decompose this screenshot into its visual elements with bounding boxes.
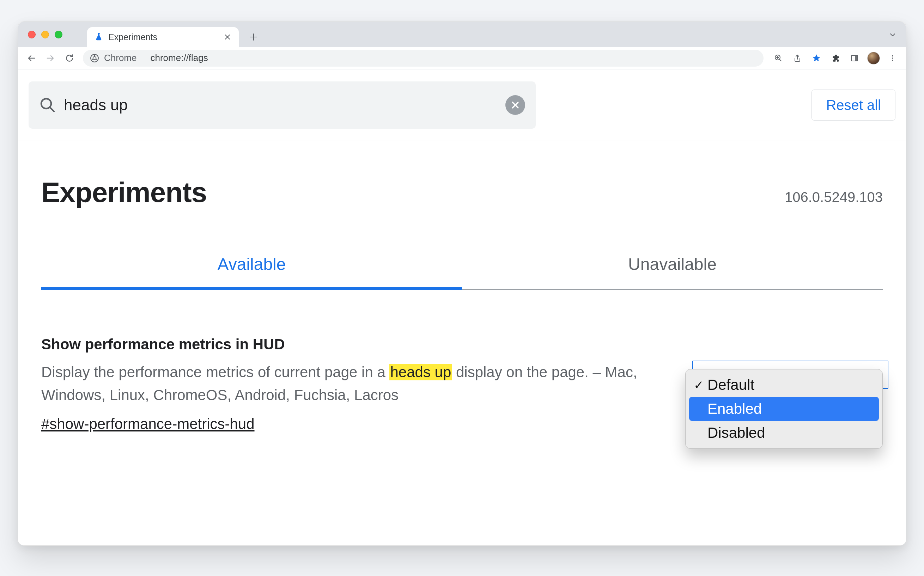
search-icon bbox=[39, 97, 56, 114]
clear-search-button[interactable] bbox=[505, 95, 525, 115]
window-controls bbox=[28, 31, 62, 38]
svg-point-2 bbox=[93, 56, 96, 59]
nav-back-button[interactable] bbox=[23, 50, 40, 67]
svg-point-6 bbox=[892, 55, 893, 56]
option-label: Disabled bbox=[708, 424, 765, 442]
tab-available[interactable]: Available bbox=[41, 254, 462, 290]
profile-avatar[interactable] bbox=[865, 50, 882, 67]
flag-select[interactable]: ✓ Default Enabled Disabled bbox=[685, 336, 883, 432]
svg-rect-0 bbox=[98, 33, 100, 34]
browser-tab[interactable]: Experiments bbox=[87, 27, 239, 47]
page-title: Experiments bbox=[41, 176, 207, 209]
svg-point-8 bbox=[892, 59, 893, 61]
nav-reload-button[interactable] bbox=[61, 50, 78, 67]
omnibox-scheme-label: Chrome bbox=[104, 53, 136, 64]
reset-all-button[interactable]: Reset all bbox=[812, 90, 895, 120]
bookmark-star-icon[interactable] bbox=[808, 50, 825, 67]
omnibox[interactable]: Chrome chrome://flags bbox=[83, 50, 764, 67]
content-area: Experiments 106.0.5249.103 Available Una… bbox=[18, 141, 906, 432]
option-label: Enabled bbox=[708, 400, 762, 418]
tab-overflow-button[interactable] bbox=[886, 29, 899, 41]
tab-unavailable[interactable]: Unavailable bbox=[462, 254, 883, 290]
toolbar-actions bbox=[770, 50, 901, 67]
toolbar: Chrome chrome://flags bbox=[18, 47, 906, 69]
dropdown-option-enabled[interactable]: Enabled bbox=[689, 397, 879, 421]
new-tab-button[interactable] bbox=[245, 29, 262, 45]
search-input[interactable] bbox=[64, 96, 498, 114]
tabs: Available Unavailable bbox=[41, 254, 883, 290]
window-minimize-button[interactable] bbox=[41, 31, 49, 38]
browser-window: Experiments bbox=[18, 21, 906, 546]
tab-strip: Experiments bbox=[18, 21, 906, 47]
svg-rect-5 bbox=[855, 55, 858, 61]
share-icon[interactable] bbox=[789, 50, 806, 67]
window-close-button[interactable] bbox=[28, 31, 35, 38]
dropdown-menu: ✓ Default Enabled Disabled bbox=[685, 369, 883, 449]
dropdown-option-disabled[interactable]: Disabled bbox=[689, 421, 879, 445]
extensions-icon[interactable] bbox=[827, 50, 844, 67]
omnibox-separator bbox=[143, 53, 143, 63]
option-label: Default bbox=[708, 376, 754, 394]
heading-row: Experiments 106.0.5249.103 bbox=[41, 141, 883, 209]
search-row: Reset all bbox=[18, 69, 906, 141]
flag-anchor-link[interactable]: #show-performance-metrics-hud bbox=[41, 416, 255, 432]
flag-title: Show performance metrics in HUD bbox=[41, 336, 664, 353]
flag-desc-highlight: heads up bbox=[389, 364, 452, 380]
nav-forward-button[interactable] bbox=[42, 50, 59, 67]
side-panel-icon[interactable] bbox=[846, 50, 863, 67]
checkmark-icon: ✓ bbox=[693, 378, 704, 392]
flag-row: Show performance metrics in HUD Display … bbox=[41, 336, 883, 432]
tab-title: Experiments bbox=[108, 32, 218, 42]
chrome-icon bbox=[90, 54, 99, 63]
chrome-version: 106.0.5249.103 bbox=[785, 189, 883, 205]
dropdown-option-default[interactable]: ✓ Default bbox=[689, 373, 879, 397]
tab-close-icon[interactable] bbox=[223, 32, 232, 42]
flask-icon bbox=[94, 32, 103, 42]
svg-point-7 bbox=[892, 58, 893, 59]
zoom-icon[interactable] bbox=[770, 50, 787, 67]
flag-description: Display the performance metrics of curre… bbox=[41, 361, 664, 406]
flag-desc-pre: Display the performance metrics of curre… bbox=[41, 364, 389, 380]
search-box[interactable] bbox=[29, 82, 536, 129]
kebab-menu-icon[interactable] bbox=[884, 50, 901, 67]
omnibox-url: chrome://flags bbox=[150, 53, 208, 64]
page-content: Reset all Experiments 106.0.5249.103 Ava… bbox=[18, 69, 906, 545]
tabs-area: Experiments bbox=[87, 21, 262, 47]
window-maximize-button[interactable] bbox=[54, 31, 62, 38]
avatar bbox=[867, 52, 880, 64]
flag-text: Show performance metrics in HUD Display … bbox=[41, 336, 664, 432]
